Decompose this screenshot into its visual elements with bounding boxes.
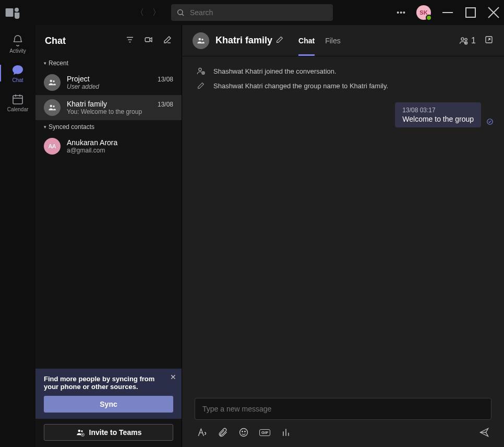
presence-available-icon — [426, 15, 432, 21]
pencil-icon — [196, 80, 206, 91]
video-call-icon[interactable] — [144, 35, 153, 46]
calendar-icon — [11, 93, 24, 105]
user-initials: SK — [419, 9, 427, 16]
titlebar: 〈 〉 ••• SK — [0, 0, 504, 25]
conversation-title: Khatri family — [215, 35, 272, 46]
person-add-icon — [196, 66, 206, 76]
system-message: Shashwat Khatri joined the conversation. — [193, 64, 494, 78]
group-avatar-icon — [193, 32, 209, 49]
gif-icon[interactable]: GIF — [259, 429, 270, 436]
poll-icon[interactable] — [281, 427, 291, 438]
search-box[interactable] — [171, 4, 333, 21]
chat-icon — [11, 64, 24, 76]
rail-chat[interactable]: Chat — [0, 58, 35, 88]
svg-point-16 — [50, 80, 53, 83]
svg-point-40 — [245, 431, 246, 432]
rail-activity-label: Activity — [9, 48, 26, 54]
svg-point-25 — [199, 38, 201, 40]
format-icon[interactable] — [197, 427, 207, 438]
svg-point-28 — [465, 38, 467, 40]
svg-point-1 — [15, 8, 19, 12]
svg-point-19 — [53, 105, 54, 107]
system-message: Shashwat Khatri changed the group name t… — [193, 78, 494, 93]
teams-app-icon — [4, 4, 21, 21]
conversation-panel: Khatri family Chat Files 1 — [182, 25, 504, 447]
chat-preview: You: Welcome to the group — [67, 108, 173, 115]
history-nav: 〈 〉 — [136, 7, 161, 18]
chat-item-khatri-family[interactable]: Khatri family 13/08 You: Welcome to the … — [35, 95, 182, 120]
svg-point-18 — [50, 105, 53, 108]
compose-icon[interactable] — [163, 35, 172, 46]
filter-icon[interactable] — [125, 35, 135, 46]
app-rail: Activity Chat Calendar — [0, 25, 35, 447]
close-icon[interactable]: ✕ — [170, 373, 176, 381]
participant-count: 1 — [471, 36, 476, 45]
svg-point-37 — [487, 119, 493, 125]
rail-chat-label: Chat — [12, 77, 23, 83]
chatlist-title: Chat — [45, 36, 125, 46]
window-maximize[interactable] — [464, 6, 477, 19]
svg-point-17 — [53, 80, 54, 82]
send-icon[interactable] — [479, 427, 489, 438]
compose-input[interactable] — [202, 405, 484, 413]
contact-avatar: AA — [44, 138, 61, 155]
svg-point-39 — [242, 431, 243, 432]
compose-box[interactable] — [195, 398, 491, 420]
sync-button[interactable]: Sync — [44, 396, 173, 413]
tab-files[interactable]: Files — [325, 25, 341, 56]
message-bubble[interactable]: 13/08 03:17 Welcome to the group — [395, 102, 481, 127]
group-avatar-icon — [44, 74, 61, 91]
search-input[interactable] — [190, 8, 328, 17]
svg-line-3 — [182, 14, 184, 16]
chat-date: 13/08 — [158, 101, 173, 108]
contact-email: a@gmail.com — [67, 147, 173, 154]
attachment-icon[interactable] — [218, 427, 228, 438]
svg-point-21 — [81, 430, 82, 432]
svg-rect-5 — [466, 8, 475, 17]
section-recent[interactable]: Recent — [35, 56, 182, 70]
contact-name: Anukaran Arora — [67, 138, 173, 147]
sent-message: 13/08 03:17 Welcome to the group — [193, 102, 494, 127]
more-menu[interactable]: ••• — [397, 8, 406, 17]
emoji-icon[interactable] — [238, 427, 249, 438]
group-avatar-icon — [44, 99, 61, 116]
chat-item-project[interactable]: Project 13/08 User added — [35, 70, 182, 95]
rail-calendar[interactable]: Calendar — [0, 88, 35, 117]
rail-calendar-label: Calendar — [7, 107, 29, 112]
svg-point-2 — [178, 10, 183, 15]
chat-date: 13/08 — [158, 76, 173, 83]
rail-activity[interactable]: Activity — [0, 29, 35, 58]
invite-button[interactable]: Invite to Teams — [44, 424, 173, 441]
svg-point-33 — [199, 68, 201, 70]
edit-title-icon[interactable] — [275, 36, 284, 46]
window-close[interactable] — [487, 6, 500, 19]
chat-name: Project — [67, 75, 90, 83]
search-icon — [176, 8, 185, 17]
svg-rect-0 — [6, 8, 14, 17]
chat-name: Khatri family — [67, 100, 107, 108]
read-receipt-icon — [486, 118, 494, 127]
svg-point-26 — [201, 39, 203, 40]
sync-promo: ✕ Find more people by syncing from your … — [35, 369, 182, 419]
window-minimize[interactable] — [441, 6, 454, 19]
svg-point-27 — [461, 38, 464, 40]
bell-icon — [11, 34, 24, 47]
people-icon — [459, 36, 469, 46]
message-time: 13/08 03:17 — [402, 107, 474, 114]
chat-preview: User added — [67, 83, 173, 90]
participants-button[interactable]: 1 — [459, 36, 476, 46]
nav-back[interactable]: 〈 — [136, 7, 144, 18]
chat-list-panel: Chat Recent Project 13/08 User added — [35, 25, 182, 447]
composer: GIF — [182, 390, 504, 447]
message-text: Welcome to the group — [402, 115, 474, 123]
user-avatar[interactable]: SK — [416, 5, 431, 20]
conversation-header: Khatri family Chat Files 1 — [182, 25, 504, 56]
svg-rect-8 — [13, 96, 22, 104]
nav-forward[interactable]: 〉 — [152, 7, 161, 18]
message-list: Shashwat Khatri joined the conversation.… — [182, 56, 504, 390]
popout-icon[interactable] — [484, 35, 494, 46]
section-synced[interactable]: Synced contacts — [35, 120, 182, 134]
contact-item[interactable]: AA Anukaran Arora a@gmail.com — [35, 134, 182, 159]
tab-chat[interactable]: Chat — [298, 25, 315, 56]
svg-point-38 — [240, 429, 248, 437]
